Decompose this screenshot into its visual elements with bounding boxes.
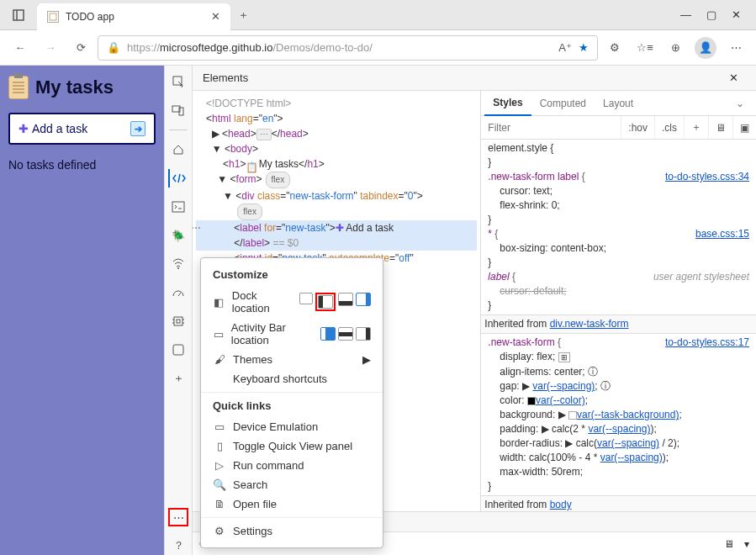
svg-rect-2 — [50, 13, 56, 20]
activity-bar-icon: ▭ — [213, 328, 225, 341]
activity-bar-location-item[interactable]: ▭ Activity Bar location — [201, 318, 383, 350]
more-tools-icon[interactable]: ＋ — [168, 369, 188, 388]
tab-favicon — [47, 11, 59, 23]
back-button[interactable]: ← — [7, 34, 34, 61]
run-command-item[interactable]: ▷Run command — [201, 456, 383, 475]
svg-line-8 — [178, 293, 181, 296]
search-icon: 🔍 — [213, 478, 226, 491]
tab-computed[interactable]: Computed — [531, 91, 595, 116]
collections-icon[interactable]: ⊕ — [662, 34, 689, 61]
devtools-activity-bar: 🪲 ＋ ⋯ ？ — [164, 66, 193, 555]
tab-actions-icon[interactable] — [0, 9, 37, 21]
search-item[interactable]: 🔍Search — [201, 475, 383, 494]
dock-left-option[interactable] — [318, 295, 333, 309]
dock-right-option[interactable] — [356, 293, 371, 306]
submit-task-button[interactable]: ➔ — [130, 121, 145, 136]
dock-bottom-option[interactable] — [338, 293, 353, 306]
dock-location-item[interactable]: ◧ Dock location — [201, 286, 383, 318]
device-emulation-item[interactable]: ▭Device Emulation — [201, 417, 383, 436]
keyboard-shortcuts-item[interactable]: Keyboard shortcuts — [201, 369, 383, 388]
favorites-bar-icon[interactable]: ☆≡ — [632, 34, 658, 61]
new-rule-icon[interactable]: ＋ — [684, 116, 708, 139]
svg-rect-15 — [173, 345, 183, 355]
svg-rect-10 — [177, 320, 180, 323]
console-icon[interactable] — [168, 198, 188, 216]
drawer-collapse-icon[interactable]: ▾ — [744, 538, 749, 550]
device-toggle-icon[interactable] — [168, 101, 188, 119]
elements-icon[interactable] — [168, 169, 188, 188]
svg-rect-9 — [174, 317, 182, 325]
chevron-right-icon: ▶ — [362, 353, 371, 366]
svg-point-7 — [177, 267, 179, 269]
ab-left-option[interactable] — [320, 327, 336, 341]
profile-avatar[interactable]: 👤 — [692, 34, 719, 61]
more-tabs-icon[interactable]: ⌄ — [727, 91, 753, 116]
svg-rect-6 — [172, 202, 184, 212]
tab-close-icon[interactable]: ✕ — [211, 10, 220, 23]
forward-button: → — [37, 34, 64, 61]
welcome-icon[interactable] — [168, 140, 188, 159]
run-icon: ▷ — [213, 459, 226, 472]
inspect-icon[interactable] — [168, 72, 188, 91]
rendering-icon[interactable]: ▣ — [732, 116, 756, 139]
add-task-input[interactable]: ✚Add a task ➔ — [8, 113, 156, 145]
tab-title: TODO app — [66, 11, 204, 23]
sources-icon[interactable]: 🪲 — [168, 226, 188, 245]
lock-icon: 🔒 — [107, 41, 120, 54]
toggle-quickview-item[interactable]: ▯Toggle Quick View panel — [201, 436, 383, 456]
panel-title: Elements — [203, 71, 248, 84]
browser-titlebar: TODO app ✕ ＋ — ▢ ✕ — [0, 0, 756, 30]
network-icon[interactable] — [168, 255, 188, 273]
svg-rect-0 — [13, 10, 24, 20]
file-icon: 🗎 — [213, 498, 226, 510]
extensions-icon[interactable]: ⚙ — [601, 34, 628, 61]
application-icon[interactable] — [168, 341, 188, 359]
drawer-computed-icon[interactable]: 🖥 — [724, 538, 734, 550]
hov-toggle[interactable]: :hov — [621, 116, 654, 139]
window-close-icon[interactable]: ✕ — [732, 8, 741, 21]
refresh-button[interactable]: ⟳ — [67, 34, 94, 61]
menu-icon[interactable]: ⋯ — [722, 34, 749, 61]
new-tab-button[interactable]: ＋ — [230, 8, 256, 23]
address-bar[interactable]: 🔒 https://microsoftedge.github.io/Demos/… — [98, 35, 598, 61]
ab-right-option[interactable] — [356, 327, 371, 341]
page-title: My tasks — [8, 76, 156, 99]
panel-icon: ▯ — [213, 440, 226, 452]
dock-icon: ◧ — [213, 296, 225, 309]
memory-icon[interactable] — [168, 312, 188, 330]
popup-section-quick: Quick links — [201, 396, 383, 417]
browser-toolbar: ← → ⟳ 🔒 https://microsoftedge.github.io/… — [0, 30, 756, 66]
styles-filter-input[interactable] — [481, 122, 621, 134]
themes-item[interactable]: 🖌 Themes ▶ — [201, 350, 383, 369]
window-minimize-icon[interactable]: — — [680, 8, 691, 21]
cls-toggle[interactable]: .cls — [654, 116, 684, 139]
favorite-icon[interactable]: ★ — [579, 41, 589, 54]
empty-state-text: No tasks defined — [8, 158, 156, 172]
reader-icon[interactable]: A⁺ — [558, 41, 572, 54]
styles-pane: Styles Computed Layout ⌄ :hov .cls ＋ 🖥 ▣… — [481, 91, 756, 511]
performance-icon[interactable] — [168, 283, 188, 302]
customize-popup: Customize ◧ Dock location ▭ Activity Bar… — [200, 257, 383, 548]
device-icon: ▭ — [213, 420, 226, 433]
settings-item[interactable]: ⚙Settings — [201, 521, 383, 541]
popup-section-customize: Customize — [201, 265, 383, 286]
close-devtools-button[interactable]: ✕ — [721, 66, 746, 91]
webpage-content: My tasks ✚Add a task ➔ No tasks defined — [0, 66, 164, 555]
help-icon[interactable]: ？ — [168, 536, 188, 555]
clipboard-icon — [8, 76, 29, 99]
computed-toggle-icon[interactable]: 🖥 — [708, 116, 732, 139]
dock-undock-option[interactable] — [299, 293, 313, 304]
themes-icon: 🖌 — [213, 353, 226, 366]
tab-styles[interactable]: Styles — [484, 91, 531, 116]
customize-devtools-button[interactable]: ⋯ — [168, 508, 188, 526]
tab-layout[interactable]: Layout — [595, 91, 642, 116]
window-maximize-icon[interactable]: ▢ — [706, 8, 716, 21]
browser-tab[interactable]: TODO app ✕ — [37, 3, 230, 30]
gear-icon: ⚙ — [213, 525, 226, 537]
open-file-item[interactable]: 🗎Open file — [201, 494, 383, 514]
ab-top-option[interactable] — [338, 327, 353, 341]
